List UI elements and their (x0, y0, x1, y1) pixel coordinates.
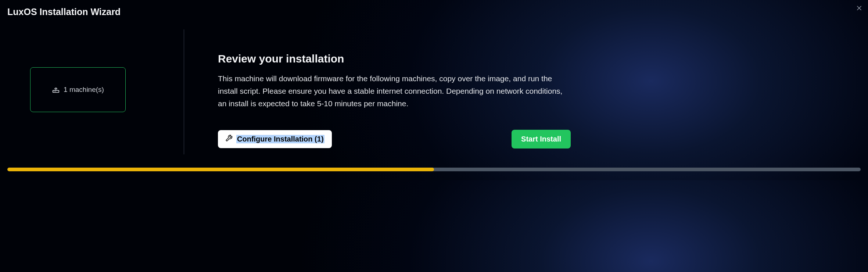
wizard-title: LuxOS Installation Wizard (7, 7, 121, 17)
review-description: This machine will download firmware for … (218, 72, 571, 110)
progress-bar (7, 168, 861, 171)
close-button[interactable] (853, 3, 865, 15)
configure-button-label: Configure Installation (1) (236, 135, 324, 143)
progress-fill (7, 168, 434, 171)
machine-count-box[interactable]: 1 machine(s) (30, 67, 126, 112)
machine-count-text: 1 machine(s) (64, 86, 104, 94)
configure-installation-button[interactable]: Configure Installation (1) (218, 130, 332, 148)
router-icon (52, 86, 60, 94)
close-icon (856, 4, 863, 13)
vertical-divider (184, 29, 184, 154)
review-heading: Review your installation (218, 53, 853, 65)
wrench-icon (225, 135, 233, 144)
start-install-button[interactable]: Start Install (512, 130, 571, 148)
